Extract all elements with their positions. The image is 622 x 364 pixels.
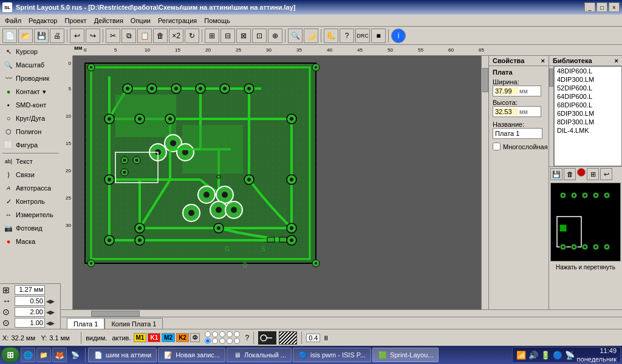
info-button[interactable]: i (391, 29, 406, 43)
tool-links[interactable]: ⟩ Связи (0, 168, 61, 181)
lib-scroll-thumb[interactable] (549, 69, 553, 87)
props-close[interactable]: × (541, 57, 545, 64)
layer-m2[interactable]: M2 (162, 333, 175, 342)
menu-actions[interactable]: Действия (91, 16, 127, 25)
pcb-drawing[interactable]: G S D (73, 56, 488, 309)
name-input[interactable] (493, 128, 542, 139)
scrollbar-h[interactable] (73, 310, 622, 317)
taskbar-item-4[interactable]: 🟩 Sprint-Layou... (372, 348, 439, 362)
tool-autoroute[interactable]: A Автотрасса (0, 181, 61, 195)
taskbar-item-3[interactable]: 🔵 isis pwm - ISIS P... (293, 348, 371, 362)
zoom-in-button[interactable]: 🔍 (288, 29, 302, 43)
night-button[interactable]: 🌙 (304, 29, 318, 43)
tab-plata1[interactable]: Плата 1 (67, 318, 104, 329)
menu-options[interactable]: Опции (127, 16, 154, 25)
menu-help[interactable]: Помощь (200, 16, 234, 25)
layer-k2[interactable]: K2 (176, 333, 189, 342)
lib-red-btn[interactable] (577, 168, 586, 177)
layer-phi[interactable]: Ф (190, 333, 200, 342)
maximize-button[interactable]: □ (596, 2, 607, 12)
lib-item-7[interactable]: DIL-4.LMK (555, 126, 621, 135)
print-button[interactable]: 🖨 (50, 29, 64, 43)
layer-k1[interactable]: K1 (148, 333, 160, 342)
save-button[interactable]: 💾 (34, 29, 49, 43)
other-icon[interactable]: 📡 (68, 348, 83, 362)
tool-text[interactable]: ab| Текст (0, 155, 61, 168)
tool-figure[interactable]: ⬜ Фигура (0, 138, 61, 152)
group3-button[interactable]: ⊠ (236, 29, 251, 43)
undo-button[interactable]: ↩ (70, 29, 84, 43)
lib-save-btn[interactable]: 💾 (550, 168, 562, 180)
tool-control[interactable]: ✓ Контроль (0, 195, 61, 208)
dim2-input[interactable] (15, 307, 45, 317)
footprint-button[interactable]: 🦶 (324, 29, 338, 43)
scrollbar-thumb-h[interactable] (91, 311, 140, 317)
drc-button[interactable]: DRC (355, 29, 370, 43)
tool-arc[interactable]: ○ Круг/Дуга (0, 112, 61, 125)
lib-other1-btn[interactable]: ⊞ (587, 168, 599, 180)
open-button[interactable]: 📂 (18, 29, 33, 43)
menu-edit[interactable]: Редактор (25, 16, 61, 25)
lib-item-6[interactable]: 8DIP300.LM (555, 118, 621, 126)
tool-mask[interactable]: ● Маска (0, 235, 61, 248)
paste-button[interactable]: 📋 (137, 29, 152, 43)
menu-file[interactable]: Файл (1, 16, 25, 25)
radio-vis-1[interactable] (205, 331, 211, 337)
radio-vis-5[interactable] (234, 331, 240, 337)
group1-button[interactable]: ⊞ (205, 29, 219, 43)
tool-contact[interactable]: ● Контакт ▾ (0, 85, 61, 98)
lib-scrollbar[interactable] (549, 66, 554, 166)
tool-conductor[interactable]: 〰 Проводник (0, 72, 61, 85)
tab-kopiya[interactable]: Копия Плата 1 (104, 318, 163, 329)
ff-icon[interactable]: 🦊 (52, 348, 67, 362)
lib-delete-btn[interactable]: 🗑 (564, 168, 576, 180)
mark-button[interactable]: ■ (371, 29, 386, 43)
radio-act-5[interactable] (234, 338, 240, 344)
mirror-button[interactable]: ×2 (169, 29, 183, 43)
tool-cursor[interactable]: ↖ Куpсоp (0, 45, 61, 58)
height-input[interactable] (495, 108, 518, 115)
layer-m1[interactable]: M1 (134, 333, 147, 342)
delete-button[interactable]: 🗑 (153, 29, 168, 43)
rotate-button[interactable]: ↻ (185, 29, 199, 43)
new-button[interactable]: 📄 (2, 29, 17, 43)
multilayer-checkbox[interactable] (493, 143, 501, 150)
tool-smd[interactable]: ▪ SMD-конт (0, 98, 61, 112)
lib-other2-btn[interactable]: ↩ (600, 168, 612, 180)
scrollbar-v[interactable] (481, 56, 488, 309)
scrollbar-thumb-v[interactable] (482, 68, 488, 92)
question-icon[interactable]: ? (245, 334, 249, 342)
tool-photo[interactable]: 📷 Фотовид (0, 221, 61, 235)
group2-button[interactable]: ⊟ (220, 29, 235, 43)
lib-item-2[interactable]: 52DIP600.L (555, 84, 621, 92)
radio-act-4[interactable] (227, 338, 233, 344)
folder-icon[interactable]: 📁 (36, 348, 51, 362)
lib-item-3[interactable]: 64DIP600.L (555, 92, 621, 101)
radio-act-1[interactable] (205, 338, 211, 344)
taskbar-item-2[interactable]: 🖥 Локальный ... (227, 348, 292, 362)
radio-act-3[interactable] (219, 338, 225, 344)
menu-project[interactable]: Проект (61, 16, 90, 25)
dim1-input[interactable] (15, 296, 45, 306)
width-input[interactable] (495, 87, 518, 95)
radio-act-2[interactable] (212, 338, 218, 344)
cut-button[interactable]: ✂ (106, 29, 120, 43)
taskbar-item-1[interactable]: 📝 Новая запис... (158, 348, 225, 362)
redo-button[interactable]: ↪ (86, 29, 100, 43)
lib-item-5[interactable]: 6DIP300.LM (555, 109, 621, 118)
tool-polygon[interactable]: ⬡ Полигон (0, 125, 61, 138)
lib-item-0[interactable]: 48DIP600.L (555, 67, 621, 75)
copy-button[interactable]: ⧉ (121, 29, 136, 43)
query-button[interactable]: ? (340, 29, 354, 43)
group5-button[interactable]: ⊕ (268, 29, 282, 43)
ie-icon[interactable]: 🌐 (21, 348, 35, 362)
radio-vis-4[interactable] (227, 331, 233, 337)
group4-button[interactable]: ⊡ (252, 29, 267, 43)
tool-scale[interactable]: 🔍 Масштаб (0, 58, 61, 72)
radio-vis-2[interactable] (212, 331, 218, 337)
lib-close[interactable]: × (615, 57, 618, 64)
tool-measure[interactable]: ↔ Измеритель (0, 208, 61, 221)
radio-vis-3[interactable] (219, 331, 225, 337)
window-controls[interactable]: _ □ × (584, 2, 620, 12)
minimize-button[interactable]: _ (584, 2, 595, 12)
